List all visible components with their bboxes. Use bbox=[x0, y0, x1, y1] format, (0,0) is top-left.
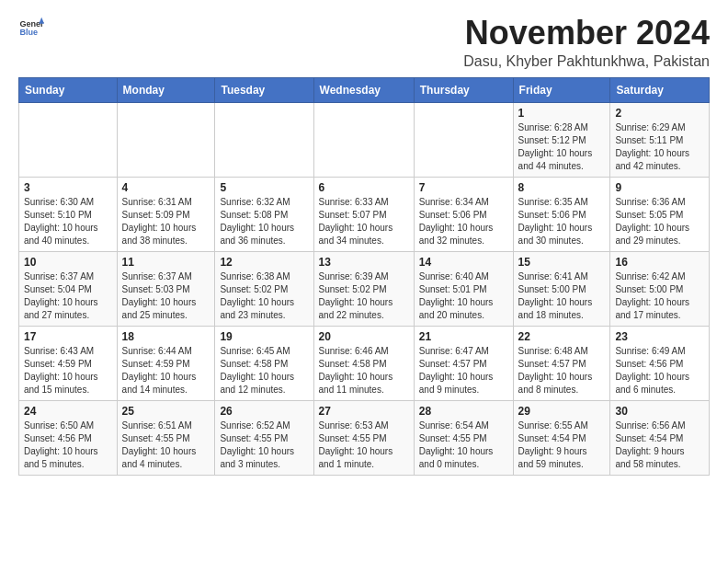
day-info: Sunrise: 6:45 AM Sunset: 4:58 PM Dayligh… bbox=[220, 345, 308, 396]
title-area: November 2024 Dasu, Khyber Pakhtunkhwa, … bbox=[463, 15, 710, 70]
day-info: Sunrise: 6:49 AM Sunset: 4:56 PM Dayligh… bbox=[615, 345, 704, 396]
day-info: Sunrise: 6:38 AM Sunset: 5:02 PM Dayligh… bbox=[220, 270, 308, 322]
day-number: 15 bbox=[518, 256, 606, 269]
weekday-header-friday: Friday bbox=[513, 77, 610, 102]
day-number: 13 bbox=[319, 256, 409, 269]
day-number: 21 bbox=[419, 330, 508, 343]
day-info: Sunrise: 6:46 AM Sunset: 4:58 PM Dayligh… bbox=[319, 345, 409, 396]
day-info: Sunrise: 6:37 AM Sunset: 5:03 PM Dayligh… bbox=[122, 270, 210, 322]
day-number: 22 bbox=[518, 330, 606, 343]
calendar-day-19: 19Sunrise: 6:45 AM Sunset: 4:58 PM Dayli… bbox=[215, 326, 313, 400]
day-info: Sunrise: 6:51 AM Sunset: 4:55 PM Dayligh… bbox=[122, 419, 210, 471]
weekday-header-tuesday: Tuesday bbox=[215, 77, 313, 102]
calendar-day-25: 25Sunrise: 6:51 AM Sunset: 4:55 PM Dayli… bbox=[117, 400, 215, 475]
day-number: 10 bbox=[24, 256, 112, 269]
weekday-header-sunday: Sunday bbox=[19, 77, 118, 102]
day-info: Sunrise: 6:43 AM Sunset: 4:59 PM Dayligh… bbox=[24, 345, 112, 396]
day-info: Sunrise: 6:30 AM Sunset: 5:10 PM Dayligh… bbox=[24, 196, 112, 247]
calendar-day-17: 17Sunrise: 6:43 AM Sunset: 4:59 PM Dayli… bbox=[19, 326, 118, 400]
day-number: 26 bbox=[220, 405, 308, 418]
day-info: Sunrise: 6:55 AM Sunset: 4:54 PM Dayligh… bbox=[518, 419, 606, 471]
calendar-day-21: 21Sunrise: 6:47 AM Sunset: 4:57 PM Dayli… bbox=[414, 326, 513, 400]
page-header: General Blue November 2024 Dasu, Khyber … bbox=[18, 15, 710, 70]
calendar-table: SundayMondayTuesdayWednesdayThursdayFrid… bbox=[18, 77, 710, 476]
calendar-day-10: 10Sunrise: 6:37 AM Sunset: 5:04 PM Dayli… bbox=[19, 251, 118, 326]
day-number: 29 bbox=[518, 405, 606, 418]
calendar-day-14: 14Sunrise: 6:40 AM Sunset: 5:01 PM Dayli… bbox=[414, 251, 513, 326]
day-number: 28 bbox=[419, 405, 508, 418]
day-number: 30 bbox=[615, 405, 704, 418]
calendar-week-row: 3Sunrise: 6:30 AM Sunset: 5:10 PM Daylig… bbox=[19, 177, 710, 251]
weekday-header-wednesday: Wednesday bbox=[313, 77, 414, 102]
calendar-day-26: 26Sunrise: 6:52 AM Sunset: 4:55 PM Dayli… bbox=[215, 400, 313, 475]
day-number: 17 bbox=[24, 330, 112, 343]
day-info: Sunrise: 6:48 AM Sunset: 4:57 PM Dayligh… bbox=[518, 345, 606, 396]
day-number: 12 bbox=[220, 256, 308, 269]
day-number: 27 bbox=[319, 405, 409, 418]
calendar-day-2: 2Sunrise: 6:29 AM Sunset: 5:11 PM Daylig… bbox=[610, 102, 710, 177]
calendar-day-4: 4Sunrise: 6:31 AM Sunset: 5:09 PM Daylig… bbox=[117, 177, 215, 251]
day-number: 24 bbox=[24, 405, 112, 418]
calendar-day-30: 30Sunrise: 6:56 AM Sunset: 4:54 PM Dayli… bbox=[610, 400, 710, 475]
day-info: Sunrise: 6:54 AM Sunset: 4:55 PM Dayligh… bbox=[419, 419, 508, 471]
day-number: 20 bbox=[319, 330, 409, 343]
calendar-day-20: 20Sunrise: 6:46 AM Sunset: 4:58 PM Dayli… bbox=[313, 326, 414, 400]
calendar-day-16: 16Sunrise: 6:42 AM Sunset: 5:00 PM Dayli… bbox=[610, 251, 710, 326]
calendar-day-18: 18Sunrise: 6:44 AM Sunset: 4:59 PM Dayli… bbox=[117, 326, 215, 400]
day-info: Sunrise: 6:29 AM Sunset: 5:11 PM Dayligh… bbox=[615, 121, 704, 173]
calendar-day-27: 27Sunrise: 6:53 AM Sunset: 4:55 PM Dayli… bbox=[313, 400, 414, 475]
calendar-week-row: 10Sunrise: 6:37 AM Sunset: 5:04 PM Dayli… bbox=[19, 251, 710, 326]
day-info: Sunrise: 6:28 AM Sunset: 5:12 PM Dayligh… bbox=[518, 121, 606, 173]
day-number: 23 bbox=[615, 330, 704, 343]
day-number: 1 bbox=[518, 107, 606, 120]
calendar-day-5: 5Sunrise: 6:32 AM Sunset: 5:08 PM Daylig… bbox=[215, 177, 313, 251]
calendar-day-12: 12Sunrise: 6:38 AM Sunset: 5:02 PM Dayli… bbox=[215, 251, 313, 326]
day-info: Sunrise: 6:37 AM Sunset: 5:04 PM Dayligh… bbox=[24, 270, 112, 322]
day-number: 14 bbox=[419, 256, 508, 269]
calendar-day-3: 3Sunrise: 6:30 AM Sunset: 5:10 PM Daylig… bbox=[19, 177, 118, 251]
logo: General Blue bbox=[18, 15, 44, 40]
day-info: Sunrise: 6:41 AM Sunset: 5:00 PM Dayligh… bbox=[518, 270, 606, 322]
calendar-day-1: 1Sunrise: 6:28 AM Sunset: 5:12 PM Daylig… bbox=[513, 102, 610, 177]
calendar-day-13: 13Sunrise: 6:39 AM Sunset: 5:02 PM Dayli… bbox=[313, 251, 414, 326]
calendar-day-8: 8Sunrise: 6:35 AM Sunset: 5:06 PM Daylig… bbox=[513, 177, 610, 251]
day-info: Sunrise: 6:35 AM Sunset: 5:06 PM Dayligh… bbox=[518, 196, 606, 247]
location-title: Dasu, Khyber Pakhtunkhwa, Pakistan bbox=[463, 53, 710, 70]
day-number: 8 bbox=[518, 181, 606, 194]
day-number: 4 bbox=[122, 181, 210, 194]
day-info: Sunrise: 6:34 AM Sunset: 5:06 PM Dayligh… bbox=[419, 196, 508, 247]
day-number: 7 bbox=[419, 181, 508, 194]
calendar-empty-cell bbox=[117, 102, 215, 177]
calendar-week-row: 17Sunrise: 6:43 AM Sunset: 4:59 PM Dayli… bbox=[19, 326, 710, 400]
calendar-empty-cell bbox=[215, 102, 313, 177]
weekday-header-row: SundayMondayTuesdayWednesdayThursdayFrid… bbox=[19, 77, 710, 102]
calendar-empty-cell bbox=[19, 102, 118, 177]
day-number: 19 bbox=[220, 330, 308, 343]
day-number: 2 bbox=[615, 107, 704, 120]
day-number: 18 bbox=[122, 330, 210, 343]
calendar-day-7: 7Sunrise: 6:34 AM Sunset: 5:06 PM Daylig… bbox=[414, 177, 513, 251]
calendar-day-23: 23Sunrise: 6:49 AM Sunset: 4:56 PM Dayli… bbox=[610, 326, 710, 400]
calendar-empty-cell bbox=[313, 102, 414, 177]
day-number: 3 bbox=[24, 181, 112, 194]
weekday-header-thursday: Thursday bbox=[414, 77, 513, 102]
weekday-header-monday: Monday bbox=[117, 77, 215, 102]
day-info: Sunrise: 6:52 AM Sunset: 4:55 PM Dayligh… bbox=[220, 419, 308, 471]
day-number: 25 bbox=[122, 405, 210, 418]
logo-icon: General Blue bbox=[18, 15, 44, 40]
day-number: 16 bbox=[615, 256, 704, 269]
calendar-day-15: 15Sunrise: 6:41 AM Sunset: 5:00 PM Dayli… bbox=[513, 251, 610, 326]
calendar-day-22: 22Sunrise: 6:48 AM Sunset: 4:57 PM Dayli… bbox=[513, 326, 610, 400]
day-info: Sunrise: 6:56 AM Sunset: 4:54 PM Dayligh… bbox=[615, 419, 704, 471]
day-number: 5 bbox=[220, 181, 308, 194]
calendar-week-row: 24Sunrise: 6:50 AM Sunset: 4:56 PM Dayli… bbox=[19, 400, 710, 475]
day-info: Sunrise: 6:40 AM Sunset: 5:01 PM Dayligh… bbox=[419, 270, 508, 322]
day-info: Sunrise: 6:44 AM Sunset: 4:59 PM Dayligh… bbox=[122, 345, 210, 396]
calendar-day-9: 9Sunrise: 6:36 AM Sunset: 5:05 PM Daylig… bbox=[610, 177, 710, 251]
day-info: Sunrise: 6:33 AM Sunset: 5:07 PM Dayligh… bbox=[319, 196, 409, 247]
calendar-day-11: 11Sunrise: 6:37 AM Sunset: 5:03 PM Dayli… bbox=[117, 251, 215, 326]
day-number: 11 bbox=[122, 256, 210, 269]
month-title: November 2024 bbox=[463, 15, 710, 52]
day-number: 6 bbox=[319, 181, 409, 194]
day-info: Sunrise: 6:50 AM Sunset: 4:56 PM Dayligh… bbox=[24, 419, 112, 471]
